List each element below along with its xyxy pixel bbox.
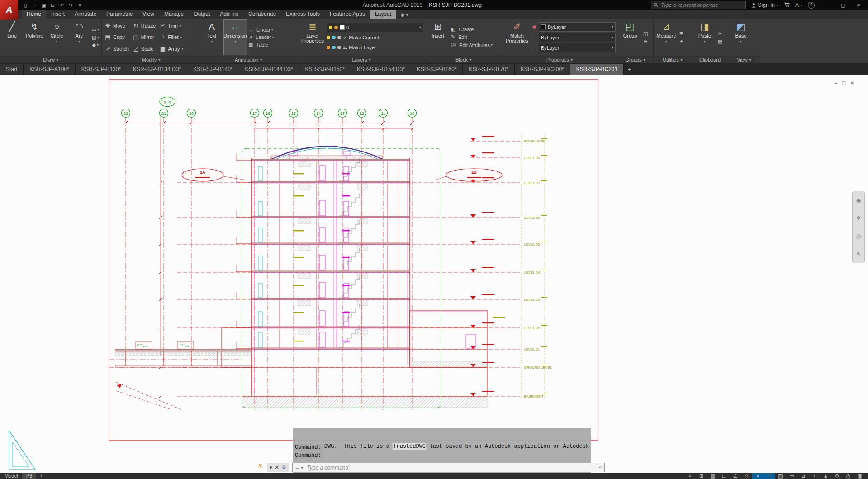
base-button[interactable]: ◩ Base ▾ bbox=[730, 20, 752, 55]
insert-button[interactable]: ⊞ Insert bbox=[427, 20, 449, 55]
object-snap-icon[interactable]: ⌖ bbox=[752, 473, 764, 479]
command-expand-icon[interactable]: ^ bbox=[599, 465, 602, 470]
save-icon[interactable]: ▣ bbox=[40, 2, 47, 8]
autocad-logo[interactable]: A bbox=[0, 0, 18, 20]
annotation-scale-icon[interactable]: ▲ bbox=[820, 473, 831, 479]
leader-button[interactable]: ↗ Leader▾ bbox=[248, 34, 274, 40]
infer-constraints-icon[interactable]: ⌗ bbox=[684, 473, 696, 479]
gradient-tool-icon[interactable]: ◆▾ bbox=[92, 42, 99, 48]
layer-select[interactable]: 0 ▾ bbox=[327, 23, 423, 32]
command-close-icon[interactable]: ✕ bbox=[275, 465, 279, 470]
new-layout-button[interactable]: + bbox=[37, 473, 46, 479]
arc-button[interactable]: ◠ Arc ▾ bbox=[68, 20, 90, 55]
ribbon-tab-home[interactable]: Home bbox=[22, 9, 46, 19]
search-input[interactable] bbox=[660, 2, 743, 8]
lineweight-display-icon[interactable]: ≡ bbox=[764, 473, 775, 479]
lineweight-select[interactable]: ByLayer▾ bbox=[539, 43, 616, 52]
navigation-bar[interactable]: ◉ ✥ ◎ ↻ bbox=[852, 191, 865, 263]
ribbon-display-toggle-icon[interactable]: ◉ ▾ bbox=[399, 11, 410, 19]
nav-orbit-icon[interactable]: ↻ bbox=[856, 251, 861, 257]
rotate-button[interactable]: ↻Rotate bbox=[131, 20, 157, 31]
text-button[interactable]: A Text ▾ bbox=[200, 20, 223, 55]
arc-flyout-icon[interactable]: ▾ bbox=[78, 39, 80, 44]
quick-calc-icon[interactable]: ⊞ bbox=[679, 31, 683, 37]
command-customize-icon[interactable]: ⚙ bbox=[282, 465, 286, 470]
new-drawing-tab-button[interactable]: + bbox=[624, 63, 636, 75]
paste-button[interactable]: ◨ Paste ▾ bbox=[693, 20, 716, 55]
drawing-minimize-icon[interactable]: ‒ bbox=[835, 81, 837, 85]
recent-commands-icon[interactable]: ▾ bbox=[270, 465, 272, 470]
linear-dim-button[interactable]: ↔ Linear▾ bbox=[248, 27, 273, 33]
cart-icon[interactable] bbox=[784, 2, 790, 8]
ribbon-tab-annotate[interactable]: Annotate bbox=[70, 9, 101, 19]
nav-pan-icon[interactable]: ✥ bbox=[856, 215, 861, 221]
make-current-button[interactable]: ✔ Make Current bbox=[327, 33, 423, 42]
ribbon-tab-insert[interactable]: Insert bbox=[46, 9, 70, 19]
command-line-bar[interactable]: ▭ ▾ ^ bbox=[292, 463, 605, 472]
isolate-objects-icon[interactable]: ◎ bbox=[843, 473, 854, 479]
file-tab-start[interactable]: Start bbox=[0, 63, 24, 75]
file-tab-ksr-sjp-b160-[interactable]: KSR-SJP-B160* bbox=[411, 63, 463, 75]
id-point-icon[interactable]: ⌖ bbox=[679, 38, 683, 44]
ribbon-tab-layout[interactable]: Layout bbox=[370, 9, 396, 19]
move-button[interactable]: ✥Move bbox=[103, 20, 130, 31]
file-tab-ksr-sjp-a100-[interactable]: KSR-SJP-A100* bbox=[24, 63, 75, 75]
clean-screen-icon[interactable]: ▣ bbox=[854, 473, 865, 479]
group-button[interactable]: ◰ Group bbox=[619, 20, 641, 55]
ribbon-tab-view[interactable]: View bbox=[138, 9, 159, 19]
new-file-icon[interactable]: ▯ bbox=[22, 2, 29, 8]
layers-panel-label[interactable]: Layers▾ bbox=[298, 56, 425, 63]
file-tab-ksr-sjp-bc201[interactable]: KSR-SJP-BC201 bbox=[570, 63, 624, 75]
qat-dropdown-icon[interactable]: ▾ bbox=[76, 2, 84, 8]
snap-mode-icon[interactable]: ⊞ bbox=[696, 473, 707, 479]
file-tab-ksr-sjp-b170-[interactable]: KSR-SJP-B170* bbox=[463, 63, 514, 75]
sign-in-button[interactable]: Sign In ▾ bbox=[751, 2, 778, 8]
properties-panel-label[interactable]: Properties▾ bbox=[502, 56, 617, 63]
edit-block-button[interactable]: ✎ Edit bbox=[451, 34, 467, 40]
ribbon-tab-collaborate[interactable]: Collaborate bbox=[243, 9, 281, 19]
groups-panel-label[interactable]: Groups▾ bbox=[617, 56, 653, 63]
workspace-icon[interactable]: ⚙ bbox=[831, 473, 843, 479]
command-options-icon[interactable]: ▭ ▾ bbox=[295, 465, 303, 470]
modify-panel-label[interactable]: Modify▾ bbox=[102, 56, 199, 63]
circle-flyout-icon[interactable]: ▾ bbox=[56, 39, 57, 44]
drawing-canvas[interactable]: 2221201716151413121110X=XROOF LEVELLEVEL… bbox=[0, 75, 868, 473]
ungroup-icon[interactable]: ◲ bbox=[643, 31, 648, 37]
dimension-button[interactable]: ↔ Dimension ▾ bbox=[224, 20, 247, 55]
undo-icon[interactable]: ↶ bbox=[58, 2, 66, 8]
rectangle-tool-icon[interactable]: ▭▾ bbox=[92, 27, 99, 33]
file-tab-ksr-sjp-b144-d3-[interactable]: KSR-SJP-B144 D3* bbox=[239, 63, 299, 75]
close-button[interactable]: ✕ bbox=[851, 0, 866, 10]
measure-button[interactable]: ⊿ Measure ▾ bbox=[655, 20, 678, 55]
nav-zoom-icon[interactable]: ◎ bbox=[856, 233, 861, 239]
command-input[interactable] bbox=[306, 464, 597, 471]
open-file-icon[interactable]: ▱ bbox=[31, 2, 38, 8]
array-button[interactable]: ▦Array▾ bbox=[158, 43, 185, 54]
ribbon-tab-add-ins[interactable]: Add-ins bbox=[215, 9, 243, 19]
maximize-button[interactable]: ▢ bbox=[835, 0, 851, 10]
drawing-close-icon[interactable]: ✕ bbox=[850, 81, 854, 85]
color-select[interactable]: ByLayer▾ bbox=[539, 22, 616, 32]
annotation-panel-label[interactable]: Annotation▾ bbox=[199, 56, 298, 63]
copy-clip-icon[interactable]: ▤ bbox=[718, 38, 722, 44]
block-panel-label[interactable]: Block▾ bbox=[425, 56, 502, 63]
dynamic-ucs-icon[interactable]: ⊿ bbox=[797, 473, 809, 479]
draw-panel-label[interactable]: Draw▾ bbox=[0, 56, 101, 63]
ortho-mode-icon[interactable]: ∟ bbox=[718, 473, 730, 479]
group-edit-icon[interactable]: ⊟ bbox=[643, 38, 648, 44]
utilities-panel-label[interactable]: Utilities▾ bbox=[654, 56, 692, 63]
layer-properties-button[interactable]: ≣ Layer Properties bbox=[299, 20, 326, 55]
mirror-button[interactable]: ◫Mirror bbox=[131, 32, 157, 43]
app-store-icon[interactable]: A▾ bbox=[795, 2, 802, 8]
isodraft-icon[interactable]: ◇ bbox=[741, 473, 752, 479]
view-panel-label[interactable]: View▾ bbox=[728, 56, 760, 63]
file-tab-ksr-sjp-b150-[interactable]: KSR-SJP-B150* bbox=[299, 63, 351, 75]
file-tab-ksr-sjp-b154-d3-[interactable]: KSR-SJP-B154 D3* bbox=[351, 63, 411, 75]
grid-display-icon[interactable]: ▦ bbox=[707, 473, 718, 479]
ribbon-tab-express-tools[interactable]: Express Tools bbox=[281, 9, 324, 19]
edit-attributes-button[interactable]: Ⓐ Edit Attributes▾ bbox=[451, 42, 493, 48]
ribbon-tab-manage[interactable]: Manage bbox=[159, 9, 189, 19]
ribbon-tab-output[interactable]: Output bbox=[189, 9, 215, 19]
nav-wheel-icon[interactable]: ◉ bbox=[856, 197, 861, 204]
ribbon-tab-parametric[interactable]: Parametric bbox=[101, 9, 138, 19]
